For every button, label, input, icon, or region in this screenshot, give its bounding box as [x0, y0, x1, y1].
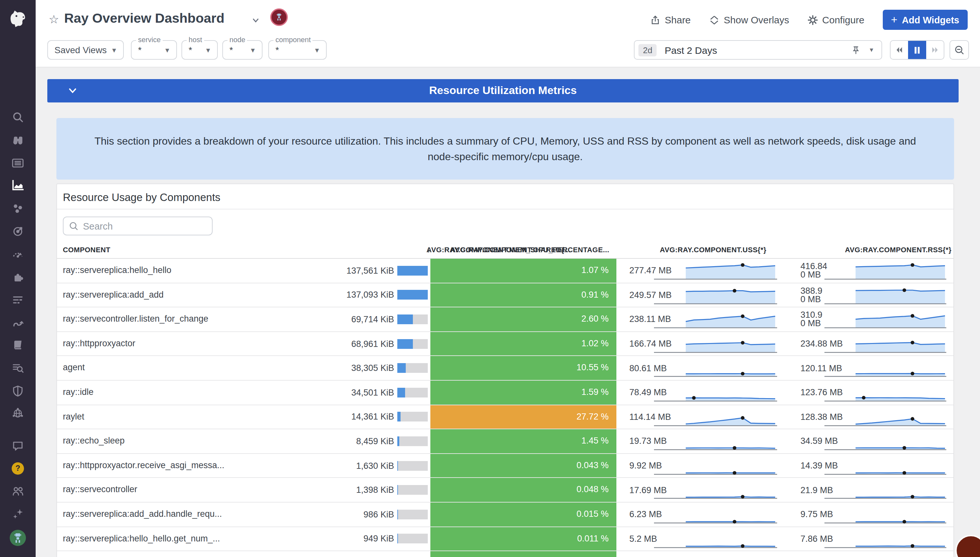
- dashboard-canvas: Resource Utilization Metrics This sectio…: [36, 67, 980, 557]
- rss-value: 120.11 MB: [800, 364, 842, 372]
- rss-sparkline: [824, 503, 946, 526]
- gauge-icon[interactable]: [0, 244, 36, 263]
- rss-sparkline: [824, 356, 946, 380]
- rss-value: 128.38 MB: [800, 413, 843, 421]
- rss-sparkline: [824, 527, 946, 550]
- search-icon[interactable]: [0, 107, 36, 127]
- column-rss[interactable]: AVG:RAY.COMPONENT.RSS{*}: [845, 241, 951, 258]
- organization-users-icon[interactable]: [0, 481, 36, 501]
- apm-icon[interactable]: [0, 221, 36, 241]
- saved-views-dropdown[interactable]: Saved Views ▼: [47, 40, 124, 60]
- mem-bar: [397, 363, 428, 373]
- rss-value: 34.59 MB: [800, 437, 838, 445]
- topbar: ☆ Ray Overview Dashboard Share Show Over…: [36, 0, 980, 67]
- chevron-down-icon: ▼: [250, 46, 262, 54]
- rss-sparkline: [824, 307, 946, 331]
- metrics-icon[interactable]: [0, 175, 36, 194]
- rss-cell: 388.9 0 MB: [793, 283, 955, 307]
- column-component[interactable]: COMPONENT: [63, 241, 111, 258]
- uss-sparkline: [654, 381, 777, 404]
- integrations-puzzle-icon[interactable]: [0, 267, 36, 287]
- time-range-picker[interactable]: 2d Past 2 Days ▼: [634, 40, 882, 60]
- table-row: raylet 14,361 KiB 27.72 % 114.14 MB 128.…: [57, 405, 954, 429]
- uss-sparkline: [654, 283, 777, 307]
- mem-shared-cell: 925 KiB: [339, 551, 431, 557]
- ci-pipelines-icon[interactable]: [0, 313, 36, 332]
- rss-value: 7.86 MB: [800, 535, 833, 543]
- notebooks-icon[interactable]: [0, 335, 36, 354]
- cpu-percentage-cell: 0.011 %: [431, 551, 616, 557]
- pause-button[interactable]: [908, 41, 926, 59]
- pin-icon[interactable]: [851, 45, 861, 55]
- uss-cell: 5.2 MB: [616, 527, 793, 550]
- filter-host[interactable]: host * ▼: [182, 40, 218, 60]
- filter-service[interactable]: service * ▼: [131, 40, 177, 60]
- rewind-button[interactable]: [891, 41, 908, 59]
- mem-bar-fill: [397, 363, 406, 373]
- configure-button[interactable]: Configure: [807, 14, 864, 25]
- section-description: This section provides a breakdown of you…: [56, 118, 954, 180]
- search-input[interactable]: [63, 217, 213, 235]
- column-uss[interactable]: AVG:RAY.COMPONENT.USS{*}: [660, 241, 766, 258]
- table-header: COMPONENT ↓AVG:RAY.COMPONENT.MEM_SHARED{…: [57, 241, 954, 258]
- rss-cell: 310.9 0 MB: [793, 307, 955, 331]
- title-chevron-down-icon[interactable]: [252, 16, 260, 27]
- mem-value: 34,501 KiB: [351, 388, 394, 397]
- ai-sparkles-icon[interactable]: [0, 504, 36, 523]
- uss-value: 80.61 MB: [629, 364, 667, 372]
- uss-sparkline: [654, 405, 777, 428]
- uss-value: 6.23 MB: [629, 510, 662, 518]
- uss-cell: 78.49 MB: [616, 381, 793, 404]
- uss-sparkline: [654, 503, 777, 526]
- feedback-chat-icon[interactable]: [0, 436, 36, 455]
- log-explorer-icon[interactable]: [0, 358, 36, 377]
- show-overlays-button[interactable]: Show Overlays: [709, 14, 789, 25]
- mem-shared-cell: 14,361 KiB: [339, 405, 431, 428]
- rss-sparkline: [824, 478, 946, 502]
- add-widgets-label: Add Widgets: [902, 15, 959, 25]
- table-row: ray::idle 34,501 KiB 1.59 % 78.49 MB 123…: [57, 381, 954, 405]
- uss-sparkline: [654, 429, 777, 453]
- uss-value: 78.49 MB: [629, 388, 667, 397]
- table-row: ray::servereplica:hello_hello 137,561 Ki…: [57, 259, 954, 283]
- mem-bar: [397, 461, 428, 471]
- rss-sparkline: [824, 454, 946, 477]
- mem-bar: [397, 436, 428, 446]
- collapse-chevron-icon[interactable]: [67, 85, 78, 99]
- uss-cell: 19.73 MB: [616, 429, 793, 453]
- share-button[interactable]: Share: [650, 14, 691, 25]
- watchdog-binoculars-icon[interactable]: [0, 130, 36, 150]
- uss-sparkline: [654, 356, 777, 380]
- rss-cell: 128.38 MB: [793, 405, 955, 428]
- filter-label: host: [187, 36, 204, 44]
- mem-shared-cell: 38,305 KiB: [339, 356, 431, 380]
- chevron-down-icon: ▼: [314, 46, 326, 54]
- component-cell: ray::httpproxyactor: [57, 332, 339, 356]
- mem-shared-cell: 68,961 KiB: [339, 332, 431, 356]
- chevron-down-icon[interactable]: ▼: [868, 47, 874, 53]
- rss-sparkline: [824, 551, 946, 557]
- help-icon[interactable]: ?: [0, 458, 36, 478]
- dashboards-icon[interactable]: [0, 153, 36, 173]
- add-widgets-button[interactable]: + Add Widgets: [882, 10, 968, 30]
- mem-bar: [397, 290, 428, 300]
- column-cpu-percentage[interactable]: AVG:RAY.COMPONENT.CPU_PERCENTAGE...: [450, 241, 609, 258]
- zoom-out-button[interactable]: [949, 40, 969, 60]
- mem-bar-fill: [397, 534, 398, 544]
- filter-component[interactable]: component * ▼: [268, 40, 327, 60]
- filter-node[interactable]: node * ▼: [222, 40, 263, 60]
- dashboard-avatar[interactable]: [270, 8, 288, 26]
- page-title: Ray Overview Dashboard: [64, 10, 224, 26]
- section-header[interactable]: Resource Utilization Metrics: [47, 79, 959, 103]
- infrastructure-icon[interactable]: [0, 199, 36, 218]
- user-avatar[interactable]: [0, 528, 36, 547]
- table-row: ray::servereplica:hello_hello.handle_re.…: [57, 551, 954, 557]
- datadog-logo-icon[interactable]: [0, 4, 36, 34]
- security-shield-icon[interactable]: [0, 381, 36, 400]
- log-pipelines-icon[interactable]: [0, 290, 36, 309]
- app-window: ? ☆ Ray Overview Dashboard Share: [0, 0, 980, 557]
- favorite-star-icon[interactable]: ☆: [49, 12, 59, 26]
- forward-button[interactable]: [926, 41, 944, 59]
- network-globe-icon[interactable]: [0, 403, 36, 423]
- uss-sparkline: [654, 478, 777, 502]
